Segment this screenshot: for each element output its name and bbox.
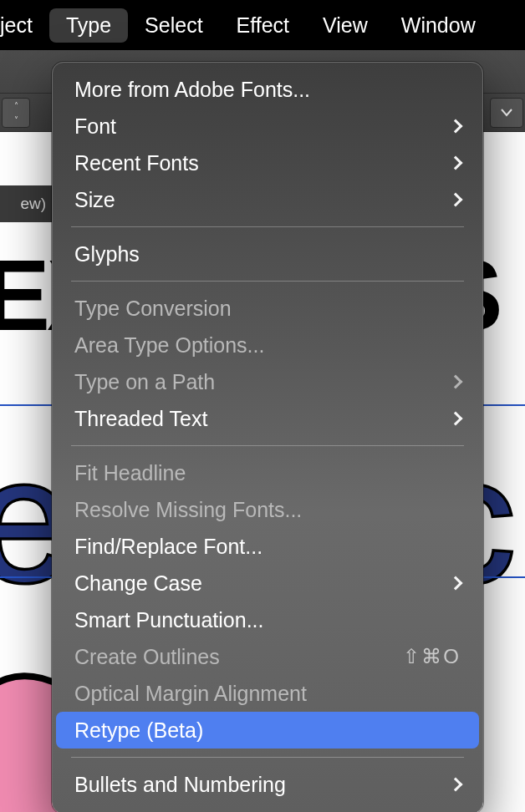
menu-item-label: Create Outlines (74, 645, 403, 669)
menu-item-label: Type on a Path (74, 370, 451, 394)
menu-separator (71, 757, 464, 758)
menubar: ject Type Select Effect View Window (0, 0, 525, 50)
menu-item-label: Find/Replace Font... (74, 535, 461, 559)
menu-item-label: Area Type Options... (74, 333, 461, 358)
menu-effect[interactable]: Effect (220, 8, 306, 43)
menu-item-resolve-missing-fonts: Resolve Missing Fonts... (56, 491, 479, 528)
chevron-right-icon (449, 156, 463, 170)
menu-separator (71, 281, 464, 282)
menu-label: Type (66, 13, 111, 37)
value-stepper[interactable]: ˄ ˅ (2, 98, 30, 128)
menu-label: View (323, 13, 368, 37)
menu-separator (71, 226, 464, 227)
tab-label: ew) (20, 195, 46, 213)
chevron-right-icon (449, 778, 463, 792)
menu-label: Window (401, 13, 476, 37)
menu-label: Select (145, 13, 202, 37)
menu-item-font[interactable]: Font (56, 108, 479, 145)
menu-item-area-type-options: Area Type Options... (56, 327, 479, 363)
menu-item-label: Change Case (74, 571, 451, 596)
menu-item-type-on-path: Type on a Path (56, 363, 479, 400)
menu-view[interactable]: View (306, 8, 385, 43)
menu-type[interactable]: Type (49, 8, 128, 43)
chevron-right-icon (449, 193, 463, 207)
dropdown-toggle[interactable] (490, 98, 523, 128)
chevron-down-icon (501, 109, 512, 117)
menu-item-label: Size (74, 188, 451, 212)
stepper-down-icon[interactable]: ˅ (3, 113, 29, 127)
menu-item-label: Retype (Beta) (74, 718, 461, 743)
menu-item-bullets-numbering[interactable]: Bullets and Numbering (56, 766, 479, 803)
document-tab-fragment[interactable]: ew) (0, 185, 52, 222)
menu-item-label: Type Conversion (74, 297, 461, 321)
menu-item-smart-punctuation[interactable]: Smart Punctuation... (56, 601, 479, 638)
type-menu-dropdown: More from Adobe Fonts... Font Recent Fon… (52, 62, 483, 812)
menu-item-label: Threaded Text (74, 407, 451, 431)
menu-item-label: Resolve Missing Fonts... (74, 498, 461, 522)
menu-label: Effect (237, 13, 289, 37)
menu-item-fit-headline: Fit Headline (56, 454, 479, 491)
menu-item-label: More from Adobe Fonts... (74, 78, 461, 102)
menu-item-label: Glyphs (74, 242, 461, 266)
chevron-right-icon (449, 375, 463, 389)
menu-item-label: Fit Headline (74, 461, 461, 485)
menu-item-recent-fonts[interactable]: Recent Fonts (56, 145, 479, 181)
menu-item-label: Smart Punctuation... (74, 608, 461, 632)
menu-item-find-replace-font[interactable]: Find/Replace Font... (56, 528, 479, 565)
menu-window[interactable]: Window (385, 8, 492, 43)
menu-item-more-adobe-fonts[interactable]: More from Adobe Fonts... (56, 71, 479, 108)
menu-item-label: Recent Fonts (74, 151, 451, 175)
menu-item-optical-margin-alignment: Optical Margin Alignment (56, 675, 479, 712)
chevron-right-icon (449, 412, 463, 426)
menu-separator (71, 445, 464, 446)
chevron-right-icon (449, 576, 463, 591)
menu-object[interactable]: ject (0, 8, 49, 43)
menu-item-create-outlines: Create Outlines ⇧⌘O (56, 638, 479, 675)
menu-item-label: Font (74, 114, 451, 139)
chevron-right-icon (449, 119, 463, 134)
menu-item-change-case[interactable]: Change Case (56, 565, 479, 601)
menu-item-glyphs[interactable]: Glyphs (56, 236, 479, 272)
stepper-up-icon[interactable]: ˄ (3, 99, 29, 113)
menu-item-label: Bullets and Numbering (74, 773, 451, 797)
menu-shortcut: ⇧⌘O (403, 645, 461, 668)
menu-item-type-conversion: Type Conversion (56, 290, 479, 327)
menu-select[interactable]: Select (128, 8, 219, 43)
menu-item-retype-beta[interactable]: Retype (Beta) (56, 712, 479, 749)
menu-label: ject (0, 13, 33, 37)
menu-item-threaded-text[interactable]: Threaded Text (56, 400, 479, 437)
menu-item-size[interactable]: Size (56, 181, 479, 218)
menu-item-label: Optical Margin Alignment (74, 682, 461, 706)
